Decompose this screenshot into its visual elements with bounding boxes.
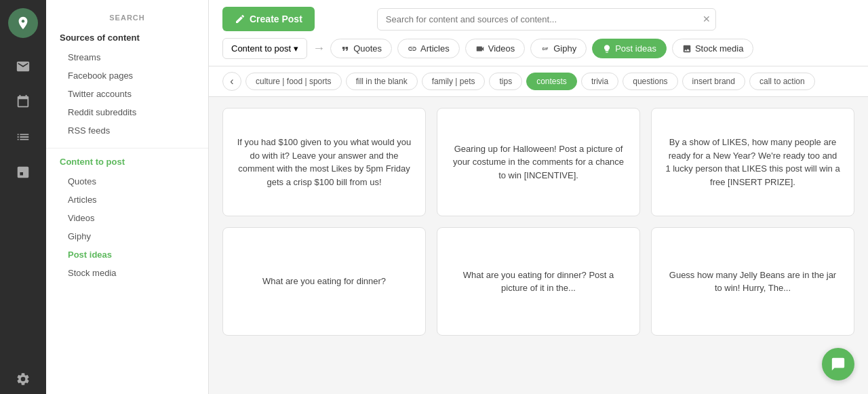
tag-call-to-action[interactable]: call to action [749, 73, 815, 90]
tag-fill-in-the-blank[interactable]: fill in the blank [346, 73, 418, 90]
video-icon [475, 44, 485, 54]
filter-articles-btn[interactable]: Articles [397, 39, 460, 58]
pencil-icon [235, 14, 245, 24]
list-icon-btn[interactable] [8, 122, 38, 152]
tag-family-pets[interactable]: family | pets [422, 73, 486, 90]
chat-button[interactable] [822, 348, 854, 380]
lightbulb-icon [602, 44, 612, 54]
sidebar-item-reddit[interactable]: Reddit subreddits [46, 103, 208, 121]
filter-quotes-btn[interactable]: Quotes [330, 39, 392, 58]
tags-prev-btn[interactable]: ‹ [222, 72, 241, 91]
sources-of-content-title: Sources of content [46, 33, 208, 43]
search-bar: ✕ [377, 8, 716, 31]
sidebar-item-streams[interactable]: Streams [46, 48, 208, 66]
filter-stock-media-btn[interactable]: Stock media [672, 39, 754, 58]
sidebar-item-videos[interactable]: Videos [46, 209, 208, 227]
card-2[interactable]: Gearing up for Halloween! Post a picture… [437, 108, 640, 216]
filter-giphy-btn[interactable]: Giphy [530, 39, 587, 58]
quote-icon [340, 44, 350, 54]
tags-bar: ‹ culture | food | sports fill in the bl… [209, 66, 868, 97]
card-4[interactable]: What are you eating for dinner? [222, 227, 426, 336]
sidebar-item-quotes[interactable]: Quotes [46, 172, 208, 191]
search-input[interactable] [377, 8, 716, 31]
sidebar: SEARCH Sources of content Streams Facebo… [46, 0, 209, 394]
analytics-icon-btn[interactable] [8, 157, 38, 187]
icon-bar [0, 0, 46, 394]
sidebar-item-twitter[interactable]: Twitter accounts [46, 85, 208, 103]
filter-post-ideas-btn[interactable]: Post ideas [592, 39, 667, 58]
sidebar-item-giphy[interactable]: Giphy [46, 227, 208, 245]
tag-trivia[interactable]: trivia [581, 73, 618, 90]
sidebar-item-articles[interactable]: Articles [46, 191, 208, 209]
sidebar-divider [46, 148, 208, 149]
content-to-post-title: Content to post [46, 157, 208, 167]
sidebar-item-stock-media[interactable]: Stock media [46, 264, 208, 282]
sidebar-search-label: SEARCH [46, 14, 208, 22]
settings-icon-btn[interactable] [8, 364, 38, 394]
topbar: Create Post ✕ Content to post ▾ → Quotes… [209, 0, 868, 66]
filter-videos-btn[interactable]: Videos [465, 39, 526, 58]
compose-icon-btn[interactable] [8, 52, 38, 81]
sidebar-item-rss[interactable]: RSS feeds [46, 121, 208, 140]
cards-container: If you had $100 given to you what would … [209, 97, 868, 394]
content-to-post-dropdown[interactable]: Content to post ▾ [222, 38, 307, 59]
arrow-right-icon: → [313, 41, 325, 56]
card-3[interactable]: By a show of LIKES, how many people are … [651, 108, 854, 216]
topbar-row1: Create Post ✕ [222, 7, 854, 31]
tag-contests[interactable]: contests [526, 73, 577, 90]
card-1[interactable]: If you had $100 given to you what would … [222, 108, 426, 216]
sidebar-item-post-ideas[interactable]: Post ideas [46, 245, 208, 264]
dropdown-arrow-icon: ▾ [294, 43, 298, 54]
filter-bar: Content to post ▾ → Quotes Articles Vide… [222, 38, 854, 59]
card-5[interactable]: What are you eating for dinner? Post a p… [437, 227, 640, 336]
card-6[interactable]: Guess how many Jelly Beans are in the ja… [651, 227, 854, 336]
link-icon [408, 44, 417, 54]
gif-icon [540, 44, 550, 54]
image-icon [682, 44, 692, 54]
tag-tips[interactable]: tips [489, 73, 522, 90]
search-clear-icon[interactable]: ✕ [703, 14, 711, 24]
main-content: Create Post ✕ Content to post ▾ → Quotes… [209, 0, 868, 394]
calendar-icon-btn[interactable] [8, 87, 38, 117]
create-post-button[interactable]: Create Post [222, 7, 315, 31]
cards-grid: If you had $100 given to you what would … [222, 108, 854, 336]
tag-insert-brand[interactable]: insert brand [682, 73, 745, 90]
chat-icon [831, 357, 846, 372]
tag-culture-food-sports[interactable]: culture | food | sports [245, 73, 342, 90]
sidebar-item-facebook[interactable]: Facebook pages [46, 66, 208, 85]
tag-questions[interactable]: questions [623, 73, 677, 90]
app-logo[interactable] [8, 8, 38, 38]
